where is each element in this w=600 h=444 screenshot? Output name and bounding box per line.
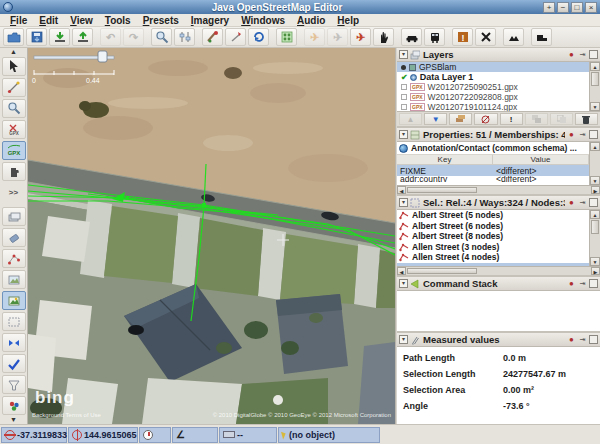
upload-button[interactable] — [72, 28, 93, 46]
zoom-tool-button[interactable] — [2, 99, 26, 118]
scroll-thumb[interactable] — [407, 268, 477, 274]
plugin-button[interactable] — [276, 28, 297, 46]
value-column-header[interactable]: Value — [493, 155, 589, 164]
redo-button[interactable]: ↷ — [123, 28, 144, 46]
close-panel-icon[interactable] — [589, 50, 598, 59]
show-hide-layer-button[interactable] — [449, 113, 472, 125]
imagery-outline-toggle-button[interactable] — [2, 312, 26, 331]
visibility-checkbox[interactable] — [401, 94, 407, 100]
draw-way-tool-button[interactable] — [2, 78, 26, 97]
selection-hscrollbar[interactable]: ◀ ▶ — [397, 266, 600, 275]
scroll-down-icon[interactable]: ▼ — [590, 102, 600, 111]
move-layer-down-button[interactable]: ▼ — [424, 113, 447, 125]
scroll-thumb[interactable] — [591, 220, 599, 234]
property-row[interactable]: addr:country <different> — [397, 176, 589, 182]
collapse-measured-button[interactable]: ▾ — [399, 335, 408, 344]
layer-row-gpx-3[interactable]: GPXW20120719101124.gpx — [397, 102, 589, 111]
waypoint-preset-button[interactable] — [503, 28, 524, 46]
close-panel-icon[interactable] — [589, 130, 598, 139]
save-button[interactable] — [26, 28, 47, 46]
bus-button[interactable] — [424, 28, 445, 46]
dock-icon[interactable]: ⇥ — [578, 50, 587, 59]
menu-windows[interactable]: Windows — [235, 15, 291, 26]
menu-audio[interactable]: Audio — [291, 15, 331, 26]
scroll-left-icon[interactable]: ◀ — [397, 267, 406, 275]
wall-preset-button[interactable] — [531, 28, 552, 46]
download-button[interactable] — [49, 28, 70, 46]
dock-icon[interactable]: ⇥ — [578, 279, 587, 288]
visibility-checkbox[interactable] — [401, 84, 407, 90]
collapse-properties-button[interactable]: ▾ — [399, 130, 408, 139]
visibility-icon[interactable] — [401, 65, 406, 70]
selection-row[interactable]: Albert Street (6 nodes) — [397, 221, 589, 232]
scroll-right-icon[interactable]: ▶ — [591, 267, 600, 275]
visibility-checkbox[interactable] — [401, 104, 407, 110]
imagery-toggle-button[interactable] — [2, 270, 26, 289]
selection-scrollbar[interactable]: ▲ ▼ — [589, 210, 600, 266]
airplane-gray-button[interactable]: ✈ — [327, 28, 348, 46]
delete-preset-button[interactable] — [475, 28, 496, 46]
scroll-down-icon[interactable]: ▼ — [590, 257, 600, 266]
map-view[interactable]: 0 0.44 bing Background Terms of Use © 20… — [28, 48, 395, 424]
sticky-icon[interactable]: ● — [567, 279, 576, 288]
preset-combobox[interactable]: Annotation/Contact (common schema) ... — [397, 142, 589, 155]
scroll-thumb[interactable] — [591, 72, 599, 86]
active-layer-check-icon[interactable]: ✔ — [401, 73, 408, 82]
close-panel-icon[interactable] — [589, 279, 598, 288]
minimize-button[interactable]: − — [557, 2, 569, 13]
collapse-command-stack-button[interactable]: ▾ — [399, 279, 408, 288]
imagery-active-toggle-button[interactable] — [2, 291, 26, 310]
menu-imagery[interactable]: Imagery — [185, 15, 235, 26]
mappaint-button[interactable] — [202, 28, 223, 46]
dock-icon[interactable]: ⇥ — [578, 198, 587, 207]
layer-row-gpx-1[interactable]: GPXW20120725090251.gpx — [397, 82, 589, 92]
key-column-header[interactable]: Key — [397, 155, 493, 164]
collapse-selection-button[interactable]: ▾ — [399, 198, 408, 207]
layer-warning-button[interactable]: ! — [500, 113, 523, 125]
selection-row[interactable]: Allen Street (4 nodes) — [397, 252, 589, 263]
draw-style-toggle-button[interactable] — [2, 228, 26, 247]
hand-button[interactable] — [373, 28, 394, 46]
layer-row-data-layer[interactable]: ✔Data Layer 1 — [397, 72, 589, 82]
sticky-icon[interactable]: ● — [567, 50, 576, 59]
sticky-icon[interactable]: ● — [567, 130, 576, 139]
properties-hscrollbar[interactable]: ◀ ▶ — [397, 185, 600, 194]
menu-file[interactable]: File — [4, 15, 33, 26]
presets-tool-button[interactable] — [225, 28, 246, 46]
window-menu-button[interactable]: + — [543, 2, 555, 13]
close-button[interactable]: × — [585, 2, 597, 13]
sticky-icon[interactable]: ● — [567, 335, 576, 344]
command-stack-list[interactable] — [397, 291, 600, 331]
validate-toggle-button[interactable] — [2, 354, 26, 373]
background-terms-link[interactable]: Background Terms of Use — [32, 412, 101, 418]
scroll-up-icon[interactable]: ▲ — [590, 62, 600, 71]
layer-row-gpsblam[interactable]: GPSBlam — [397, 62, 589, 72]
menu-presets[interactable]: Presets — [137, 15, 185, 26]
preferences-button[interactable] — [174, 28, 195, 46]
duplicate-layer-button[interactable] — [550, 113, 573, 125]
move-layer-up-button[interactable]: ▲ — [399, 113, 422, 125]
zoom-selection-button[interactable] — [151, 28, 172, 46]
dock-icon[interactable]: ⇥ — [578, 130, 587, 139]
collapse-left-toolbar-button[interactable]: ▲ — [10, 48, 17, 56]
menu-tools[interactable]: Tools — [99, 15, 137, 26]
palette-toggle-button[interactable] — [2, 396, 26, 415]
close-panel-icon[interactable] — [589, 198, 598, 207]
merge-layer-button[interactable] — [525, 113, 548, 125]
delete-layer-button[interactable] — [575, 113, 598, 125]
open-button[interactable] — [3, 28, 24, 46]
scroll-up-icon[interactable]: ▲ — [590, 210, 600, 219]
select-tool-button[interactable] — [2, 57, 26, 76]
gpsblam-gpx-tool-button[interactable]: GPX — [2, 141, 26, 160]
more-tools-button[interactable]: >> — [2, 183, 26, 202]
scroll-thumb[interactable] — [407, 187, 477, 193]
selection-row[interactable]: Albert Street (5 nodes) — [397, 210, 589, 221]
layer-opacity-button[interactable] — [474, 113, 497, 125]
scroll-up-icon[interactable]: ▲ — [590, 142, 600, 151]
scroll-right-icon[interactable]: ▶ — [591, 186, 600, 194]
warning-preset-button[interactable]: ! — [452, 28, 473, 46]
update-button[interactable] — [248, 28, 269, 46]
menu-help[interactable]: Help — [331, 15, 365, 26]
scroll-left-icon[interactable]: ◀ — [397, 186, 406, 194]
scroll-down-icon[interactable]: ▼ — [590, 176, 600, 185]
